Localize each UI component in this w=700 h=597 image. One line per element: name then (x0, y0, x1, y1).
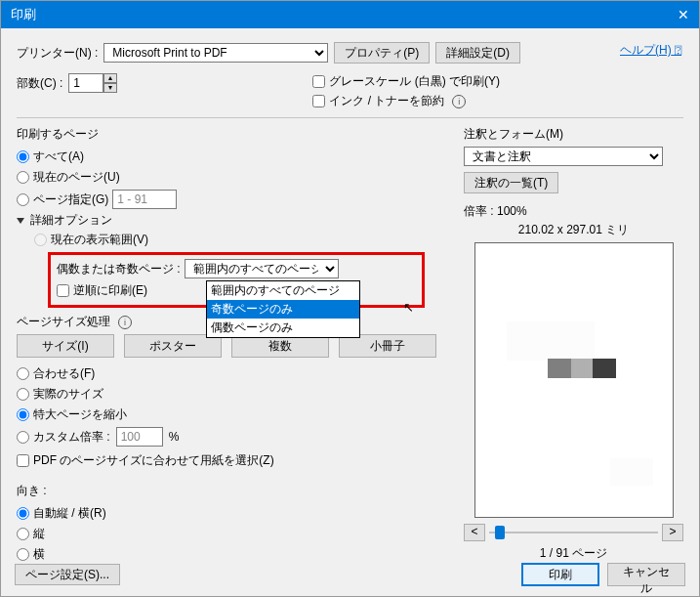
printer-select[interactable]: Microsoft Print to PDF (103, 43, 328, 63)
copies-input[interactable] (68, 73, 103, 93)
dropdown-option-odd[interactable]: 奇数ページのみ (207, 300, 359, 319)
help-link[interactable]: ヘルプ(H) ⍰ (620, 42, 681, 59)
annotations-title: 注釈とフォーム(M) (464, 126, 683, 143)
custom-scale-radio[interactable]: カスタム倍率 : (17, 429, 110, 446)
orient-auto-radio[interactable]: 自動縦 / 横(R) (17, 503, 450, 524)
slider-thumb[interactable] (495, 526, 505, 539)
close-icon[interactable]: ✕ (678, 7, 689, 22)
print-button[interactable]: 印刷 (521, 563, 599, 586)
separator (17, 117, 683, 118)
dimensions-label: 210.02 x 297.01 ミリ (464, 222, 683, 238)
next-page-button[interactable]: > (662, 524, 683, 541)
sizing-title: ページサイズ処理 (17, 314, 110, 330)
size-tab-button[interactable]: サイズ(I) (17, 334, 114, 358)
odd-even-dropdown-list: 範囲内のすべてのページ 奇数ページのみ 偶数ページのみ (206, 280, 360, 338)
chevron-down-icon (17, 218, 24, 224)
fit-radio[interactable]: 合わせる(F) (17, 363, 450, 384)
choose-paper-checkbox[interactable]: PDF のページサイズに合わせて用紙を選択(Z) (17, 452, 450, 469)
savetoner-checkbox[interactable]: インク / トナーを節約 i (312, 93, 500, 109)
grayscale-checkbox[interactable]: グレースケール (白黒) で印刷(Y) (312, 73, 500, 90)
range-current-radio[interactable]: 現在のページ(U) (17, 167, 450, 188)
page-counter: 1 / 91 ページ (464, 545, 683, 562)
page-preview (474, 242, 674, 518)
page-slider[interactable] (489, 524, 658, 541)
annotations-list-button[interactable]: 注釈の一覧(T) (464, 172, 558, 193)
custom-scale-input[interactable] (116, 427, 163, 447)
copies-up-button[interactable]: ▴ (103, 73, 117, 83)
info-icon[interactable]: i (118, 316, 132, 329)
pages-input[interactable] (112, 190, 177, 209)
cursor-icon: ↖ (403, 300, 414, 315)
more-options-toggle[interactable]: 詳細オプション (17, 211, 450, 230)
page-range-title: 印刷するページ (17, 126, 450, 143)
prev-page-button[interactable]: < (464, 524, 485, 541)
help-icon: ⍰ (675, 43, 681, 57)
advanced-button[interactable]: 詳細設定(D) (435, 42, 520, 64)
orient-portrait-radio[interactable]: 縦 (17, 524, 450, 544)
page-setup-button[interactable]: ページ設定(S)... (15, 564, 120, 585)
highlight-box: 偶数または奇数ページ : 範囲内のすべてのページ 逆順に印刷(E) 範囲内のすべ… (48, 252, 425, 308)
printer-label: プリンター(N) : (17, 45, 98, 62)
copies-down-button[interactable]: ▾ (103, 83, 117, 93)
orient-landscape-radio[interactable]: 横 (17, 544, 450, 565)
range-all-radio[interactable]: すべて(A) (17, 147, 450, 167)
odd-even-select[interactable]: 範囲内のすべてのページ (185, 259, 339, 278)
odd-even-label: 偶数または奇数ページ : (57, 261, 181, 277)
actual-radio[interactable]: 実際のサイズ (17, 384, 450, 405)
dropdown-option-all[interactable]: 範囲内のすべてのページ (207, 281, 359, 300)
copies-label: 部数(C) : (17, 75, 62, 92)
info-icon[interactable]: i (452, 95, 466, 108)
zoom-label: 倍率 : 100% (464, 203, 683, 220)
range-currentview-radio[interactable]: 現在の表示範囲(V) (17, 230, 450, 250)
shrink-radio[interactable]: 特大ページを縮小 (17, 405, 450, 425)
titlebar: 印刷 ✕ (1, 1, 699, 28)
dropdown-option-even[interactable]: 偶数ページのみ (207, 319, 359, 337)
properties-button[interactable]: プロパティ(P) (334, 42, 430, 64)
orientation-title: 向き : (17, 483, 450, 499)
range-pages-radio[interactable]: ページ指定(G) (17, 192, 108, 208)
percent-label: % (169, 430, 180, 444)
window-title: 印刷 (11, 6, 36, 23)
cancel-button[interactable]: キャンセル (607, 563, 685, 586)
annotations-select[interactable]: 文書と注釈 (464, 147, 663, 166)
